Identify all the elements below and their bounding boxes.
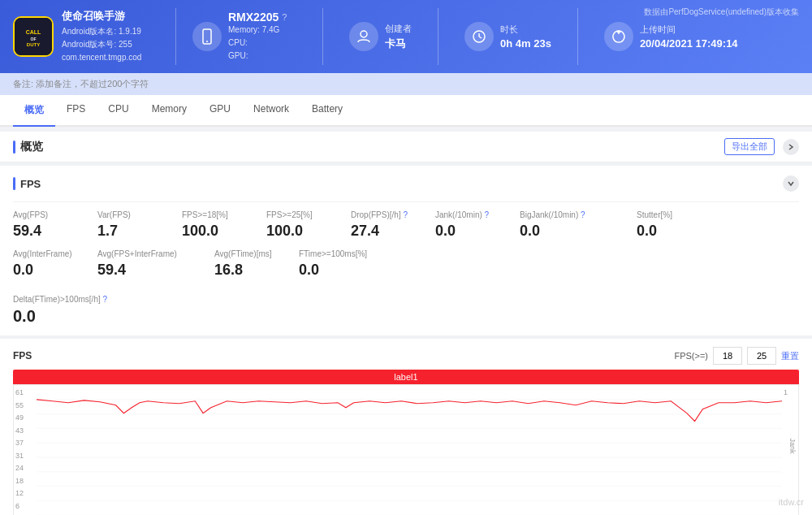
creator-value: 卡马 xyxy=(385,37,412,51)
duration-icon-wrap xyxy=(464,22,494,51)
chart-area: FPS FPS(>=) 重置 label1 6155494337 3124181… xyxy=(0,339,812,515)
metric-jank-value: 0.0 xyxy=(435,223,500,240)
game-details: 使命召唤手游 Android版本名: 1.9.19 Android版本号: 25… xyxy=(62,9,141,64)
metric-bigjank-value: 0.0 xyxy=(520,223,617,240)
fps-panel-header: FPS xyxy=(13,175,799,192)
metric-avg-fps-label: Avg(FPS) xyxy=(13,210,78,219)
metric-stutter: Stutter[%] 0.0 xyxy=(637,210,702,240)
device-help-icon: ? xyxy=(282,12,287,22)
section-title-text: 概览 xyxy=(20,140,43,154)
tab-fps[interactable]: FPS xyxy=(55,95,97,127)
metric-bigjank-label: BigJank(/10min) ? xyxy=(520,210,617,219)
chart-wrapper[interactable]: 6155494337 312418126 1 0 Jank xyxy=(13,384,799,515)
creator-icon xyxy=(356,29,371,44)
metric-drop-fps-label: Drop(FPS)[/h] ? xyxy=(351,210,416,219)
tab-gpu[interactable]: GPU xyxy=(198,95,242,127)
fps-collapse-button[interactable] xyxy=(783,175,799,192)
duration-details: 时长 0h 4m 23s xyxy=(500,24,551,50)
svg-text:DUTY: DUTY xyxy=(27,42,40,47)
header-divider-2 xyxy=(322,8,323,65)
game-title: 使命召唤手游 xyxy=(62,9,141,24)
fps-title: FPS xyxy=(13,177,41,190)
device-name: RMX2205 xyxy=(228,11,279,24)
metrics-grid: Avg(FPS) 59.4 Var(FPS) 1.7 FPS>=18[%] 10… xyxy=(13,201,799,288)
creator-stat: 创建者 卡马 xyxy=(339,22,421,51)
device-info: RMX2205 ? Memory: 7.4G CPU: GPU: xyxy=(192,11,306,63)
svg-point-5 xyxy=(206,41,208,42)
metric-var-fps: Var(FPS) 1.7 xyxy=(97,210,162,240)
metric-avg-ftime-label: Avg(FTime)[ms] xyxy=(214,249,279,258)
metric-avg-ftime: Avg(FTime)[ms] 16.8 xyxy=(214,249,279,279)
fps-panel: FPS Avg(FPS) 59.4 Var(FPS) 1.7 FPS>=18[%… xyxy=(0,166,812,335)
chart-legend-bar: label1 xyxy=(13,370,799,384)
jank-axis-label: Jank xyxy=(788,438,797,453)
svg-point-6 xyxy=(361,31,367,37)
metric-stutter-label: Stutter[%] xyxy=(637,210,702,219)
metric-stutter-value: 0.0 xyxy=(637,223,702,240)
game-android-name: Android版本名: 1.9.19 xyxy=(62,25,141,38)
reset-button[interactable]: 重置 xyxy=(781,350,799,362)
metric-bigjank: BigJank(/10min) ? 0.0 xyxy=(520,210,617,240)
delta-label: Delta(FTime)>100ms[/h] ? xyxy=(13,295,799,304)
header-divider-4 xyxy=(577,8,578,65)
metric-fps-gte-25-label: FPS>=25[%] xyxy=(266,210,331,219)
svg-line-9 xyxy=(479,37,482,38)
header-divider-1 xyxy=(175,8,176,65)
creator-icon-wrap xyxy=(349,22,378,51)
upload-time-icon xyxy=(611,29,626,44)
tab-overview[interactable]: 概览 xyxy=(13,95,55,127)
tab-network[interactable]: Network xyxy=(242,95,300,127)
fps-threshold-input-1[interactable] xyxy=(713,347,742,365)
creator-details: 创建者 卡马 xyxy=(385,23,412,51)
duration-value: 0h 4m 23s xyxy=(500,37,551,50)
chart-title: FPS xyxy=(13,350,32,361)
fps-chevron-down-icon xyxy=(787,180,795,188)
metric-avg-interframe: Avg(InterFrame) 0.0 xyxy=(13,249,78,279)
game-icon: CALL OF DUTY xyxy=(13,16,54,57)
upload-label: 上传时间 xyxy=(640,24,738,36)
phone-icon xyxy=(199,28,215,45)
notes-placeholder: 备注: 添加备注，不超过200个字符 xyxy=(13,79,149,89)
metric-avg-ftime-value: 16.8 xyxy=(214,262,279,279)
chevron-right-icon xyxy=(787,143,795,151)
metric-avg-interframe-value: 0.0 xyxy=(13,262,78,279)
device-memory: Memory: 7.4G xyxy=(228,24,287,37)
metric-avg-interframe-label: Avg(InterFrame) xyxy=(13,249,78,258)
fps-threshold-input-2[interactable] xyxy=(747,347,776,365)
chart-y-labels: 6155494337 312418126 xyxy=(14,385,37,513)
device-icon-wrap xyxy=(192,22,222,51)
delta-value: 0.0 xyxy=(13,307,799,326)
metric-avg-fps-value: 59.4 xyxy=(13,223,78,240)
upload-details: 上传时间 20/04/2021 17:49:14 xyxy=(640,24,738,50)
fps-title-bar xyxy=(13,177,15,190)
metric-fps-gte-18: FPS>=18[%] 100.0 xyxy=(182,210,247,240)
metric-avg-fps-interframe-value: 59.4 xyxy=(97,262,195,279)
metric-fps-gte-18-label: FPS>=18[%] xyxy=(182,210,247,219)
metric-drop-fps: Drop(FPS)[/h] ? 27.4 xyxy=(351,210,416,240)
duration-stat: 时长 0h 4m 23s xyxy=(455,22,561,51)
metric-avg-fps-interframe-label: Avg(FPS+InterFrame) xyxy=(97,249,195,258)
export-button[interactable]: 导出全部 xyxy=(724,138,775,155)
header: 数据由PerfDogService(undefined)版本收集 CALL OF… xyxy=(0,0,812,73)
tab-battery[interactable]: Battery xyxy=(300,95,354,127)
data-note: 数据由PerfDogService(undefined)版本收集 xyxy=(644,6,799,18)
fps-chart-svg xyxy=(37,385,782,515)
section-title: 概览 xyxy=(13,140,43,154)
tab-memory[interactable]: Memory xyxy=(140,95,198,127)
header-divider-3 xyxy=(438,8,438,65)
chart-controls: FPS FPS(>=) 重置 xyxy=(13,347,799,365)
collapse-button[interactable] xyxy=(783,139,799,155)
metric-fps-gte-18-value: 100.0 xyxy=(182,223,247,240)
tab-cpu[interactable]: CPU xyxy=(97,95,140,127)
section-header: 概览 导出全部 xyxy=(0,132,812,162)
svg-text:OF: OF xyxy=(31,37,37,41)
game-package: com.tencent.tmgp.cod xyxy=(62,51,141,64)
metric-drop-fps-value: 27.4 xyxy=(351,223,416,240)
duration-label: 时长 xyxy=(500,24,551,36)
device-cpu: CPU: xyxy=(228,37,287,50)
metric-jank-label: Jank(/10min) ? xyxy=(435,210,500,219)
metric-ftime-100: FTime>=100ms[%] 0.0 xyxy=(299,249,367,279)
upload-value: 20/04/2021 17:49:14 xyxy=(640,37,738,50)
upload-stat: 上传时间 20/04/2021 17:49:14 xyxy=(594,22,748,51)
notes-bar: 备注: 添加备注，不超过200个字符 xyxy=(0,73,812,95)
